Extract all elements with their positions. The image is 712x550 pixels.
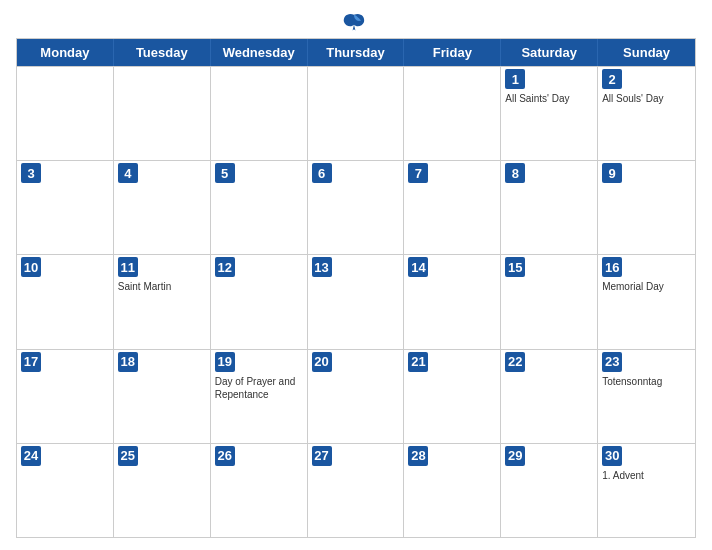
cell-event-label: Memorial Day — [602, 280, 691, 293]
calendar-cell: 18 — [114, 350, 211, 443]
calendar-cell: 22 — [501, 350, 598, 443]
week-row: 171819Day of Prayer and Repentance202122… — [17, 349, 695, 443]
cell-date-number: 20 — [312, 352, 332, 372]
calendar-cell: 4 — [114, 161, 211, 254]
calendar-cell — [211, 67, 308, 160]
cell-date-number: 8 — [505, 163, 525, 183]
weeks-container: 1All Saints' Day2All Souls' Day345678910… — [17, 66, 695, 537]
calendar-cell: 23Totensonntag — [598, 350, 695, 443]
calendar-cell: 7 — [404, 161, 501, 254]
calendar-cell: 10 — [17, 255, 114, 348]
calendar-cell: 1All Saints' Day — [501, 67, 598, 160]
day-header: Sunday — [598, 39, 695, 66]
header — [16, 12, 696, 32]
calendar-cell: 16Memorial Day — [598, 255, 695, 348]
calendar-cell: 8 — [501, 161, 598, 254]
cell-date-number: 4 — [118, 163, 138, 183]
calendar-cell: 9 — [598, 161, 695, 254]
calendar-cell — [114, 67, 211, 160]
cell-date-number: 14 — [408, 257, 428, 277]
cell-date-number: 23 — [602, 352, 622, 372]
cell-date-number: 28 — [408, 446, 428, 466]
calendar-cell: 5 — [211, 161, 308, 254]
day-header: Tuesday — [114, 39, 211, 66]
day-headers-row: MondayTuesdayWednesdayThursdayFridaySatu… — [17, 39, 695, 66]
calendar-cell: 11Saint Martin — [114, 255, 211, 348]
week-row: 242526272829301. Advent — [17, 443, 695, 537]
calendar-cell: 3 — [17, 161, 114, 254]
calendar-cell — [308, 67, 405, 160]
calendar-cell — [404, 67, 501, 160]
day-header: Friday — [404, 39, 501, 66]
calendar-cell: 17 — [17, 350, 114, 443]
calendar-cell: 12 — [211, 255, 308, 348]
cell-date-number: 15 — [505, 257, 525, 277]
day-header: Wednesday — [211, 39, 308, 66]
cell-date-number: 6 — [312, 163, 332, 183]
week-row: 3456789 — [17, 160, 695, 254]
cell-date-number: 7 — [408, 163, 428, 183]
cell-date-number: 2 — [602, 69, 622, 89]
cell-event-label: All Souls' Day — [602, 92, 691, 105]
cell-date-number: 5 — [215, 163, 235, 183]
cell-date-number: 17 — [21, 352, 41, 372]
cell-date-number: 1 — [505, 69, 525, 89]
cell-date-number: 29 — [505, 446, 525, 466]
calendar-cell — [17, 67, 114, 160]
calendar-cell: 26 — [211, 444, 308, 537]
cell-event-label: Day of Prayer and Repentance — [215, 375, 303, 401]
cell-event-label: Saint Martin — [118, 280, 206, 293]
cell-date-number: 21 — [408, 352, 428, 372]
cell-event-label: All Saints' Day — [505, 92, 593, 105]
cell-date-number: 19 — [215, 352, 235, 372]
week-row: 1011Saint Martin1213141516Memorial Day — [17, 254, 695, 348]
calendar-cell: 13 — [308, 255, 405, 348]
cell-date-number: 11 — [118, 257, 138, 277]
calendar-cell: 25 — [114, 444, 211, 537]
calendar-page: MondayTuesdayWednesdayThursdayFridaySatu… — [0, 0, 712, 550]
cell-date-number: 12 — [215, 257, 235, 277]
day-header: Monday — [17, 39, 114, 66]
calendar-cell: 301. Advent — [598, 444, 695, 537]
calendar-cell: 19Day of Prayer and Repentance — [211, 350, 308, 443]
cell-date-number: 24 — [21, 446, 41, 466]
calendar-cell: 21 — [404, 350, 501, 443]
cell-date-number: 26 — [215, 446, 235, 466]
calendar-cell: 24 — [17, 444, 114, 537]
calendar-cell: 29 — [501, 444, 598, 537]
cell-date-number: 18 — [118, 352, 138, 372]
cell-date-number: 16 — [602, 257, 622, 277]
calendar-cell: 6 — [308, 161, 405, 254]
calendar-cell: 2All Souls' Day — [598, 67, 695, 160]
cell-date-number: 10 — [21, 257, 41, 277]
calendar-grid: MondayTuesdayWednesdayThursdayFridaySatu… — [16, 38, 696, 538]
logo-bird-icon — [340, 12, 368, 32]
cell-date-number: 25 — [118, 446, 138, 466]
calendar-cell: 28 — [404, 444, 501, 537]
cell-date-number: 13 — [312, 257, 332, 277]
cell-date-number: 9 — [602, 163, 622, 183]
calendar-cell: 27 — [308, 444, 405, 537]
calendar-cell: 15 — [501, 255, 598, 348]
calendar-cell: 14 — [404, 255, 501, 348]
day-header: Thursday — [308, 39, 405, 66]
day-header: Saturday — [501, 39, 598, 66]
logo — [340, 12, 372, 32]
calendar-cell: 20 — [308, 350, 405, 443]
week-row: 1All Saints' Day2All Souls' Day — [17, 66, 695, 160]
cell-event-label: Totensonntag — [602, 375, 691, 388]
cell-date-number: 30 — [602, 446, 622, 466]
cell-date-number: 22 — [505, 352, 525, 372]
cell-date-number: 27 — [312, 446, 332, 466]
cell-date-number: 3 — [21, 163, 41, 183]
cell-event-label: 1. Advent — [602, 469, 691, 482]
